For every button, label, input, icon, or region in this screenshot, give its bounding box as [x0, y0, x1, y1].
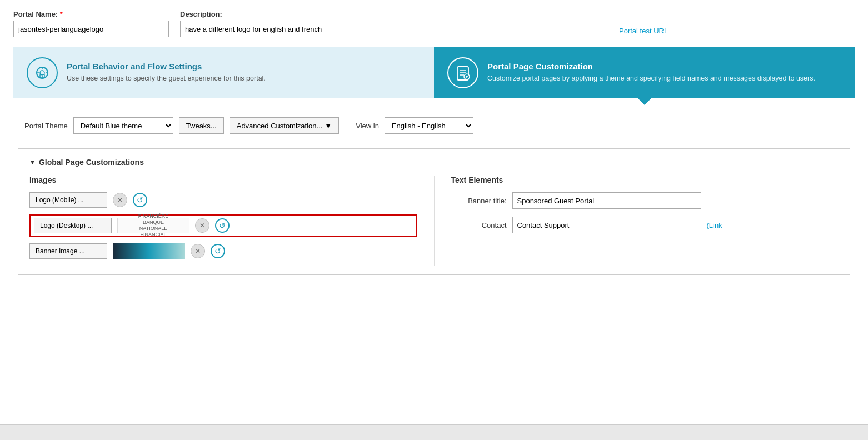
banner-image-clear-button[interactable]: ✕ [191, 244, 205, 258]
portal-name-label: Portal Name: * [13, 10, 169, 18]
contact-label: Contact [451, 221, 507, 229]
images-col-title: Images [29, 176, 417, 184]
logo-mobile-row: Logo (Mobile) ... ✕ ↺ [29, 192, 417, 208]
banner-image-refresh-button[interactable]: ↺ [211, 244, 225, 258]
banner-title-input[interactable] [512, 192, 701, 209]
behavior-flow-text: Portal Behavior and Flow Settings Use th… [67, 62, 266, 84]
portal-theme-label: Portal Theme [24, 122, 68, 130]
page-customization-desc: Customize portal pages by applying a the… [487, 74, 815, 84]
banner-image-button[interactable]: Banner Image ... [29, 243, 107, 259]
tweaks-button[interactable]: Tweaks... [179, 117, 224, 134]
page-customization-title: Portal Page Customization [487, 62, 815, 71]
top-form: Portal Name: * Description: Portal test … [13, 10, 855, 37]
logo-desktop-refresh-button[interactable]: ↺ [215, 218, 230, 233]
contact-row: Contact (Link [451, 217, 839, 233]
portal-theme-select[interactable]: Default Blue theme [73, 117, 173, 134]
contact-input[interactable] [512, 217, 701, 233]
portal-test-url-link[interactable]: Portal test URL [619, 27, 668, 35]
logo-mobile-button[interactable]: Logo (Mobile) ... [29, 192, 107, 208]
bottom-bar [0, 424, 868, 440]
behavior-flow-desc: Use these settings to specify the guest … [67, 74, 266, 84]
text-elements-col-title: Text Elements [451, 176, 839, 184]
description-label: Description: [180, 10, 602, 18]
advanced-customization-button[interactable]: Advanced Customization... ▼ [230, 117, 340, 134]
logo-mobile-clear-button[interactable]: ✕ [113, 193, 127, 207]
active-indicator-arrow [638, 98, 651, 105]
behavior-flow-card[interactable]: Portal Behavior and Flow Settings Use th… [13, 47, 434, 98]
page-customization-text: Portal Page Customization Customize port… [487, 62, 815, 84]
text-elements-column: Text Elements Banner title: Contact (Lin… [435, 176, 839, 266]
contact-link-text[interactable]: (Link [707, 221, 722, 229]
banner-row: Portal Behavior and Flow Settings Use th… [13, 47, 855, 98]
description-group: Description: [180, 10, 602, 37]
banner-image-row: Banner Image ... ✕ ↺ [29, 243, 417, 259]
behavior-flow-icon [27, 57, 58, 88]
page-customization-card[interactable]: Portal Page Customization Customize port… [434, 47, 855, 98]
logo-desktop-button[interactable]: Logo (Desktop) ... [34, 218, 112, 233]
view-in-label: View in [356, 122, 379, 130]
logo-desktop-clear-button[interactable]: ✕ [195, 218, 209, 233]
collapse-arrow-icon[interactable]: ▼ [29, 159, 36, 166]
page-customization-icon [447, 57, 478, 88]
images-column: Images Logo (Mobile) ... ✕ ↺ Logo (Deskt… [29, 176, 435, 266]
section-title: ▼ Global Page Customizations [29, 158, 839, 167]
customizations-section: ▼ Global Page Customizations Images Logo… [18, 148, 850, 275]
dropdown-arrow-icon: ▼ [325, 122, 332, 130]
banner-title-label: Banner title: [451, 197, 507, 205]
theme-toolbar: Portal Theme Default Blue theme Tweaks..… [13, 111, 855, 141]
logo-desktop-row-highlighted: Logo (Desktop) ... FINANCIÈRE BANQUE NAT… [29, 214, 417, 237]
banner-title-row: Banner title: [451, 192, 839, 209]
banner-image-preview [113, 243, 185, 259]
logo-mobile-refresh-button[interactable]: ↺ [133, 193, 147, 207]
two-col-layout: Images Logo (Mobile) ... ✕ ↺ Logo (Deskt… [29, 176, 839, 266]
portal-name-group: Portal Name: * [13, 10, 169, 37]
behavior-flow-title: Portal Behavior and Flow Settings [67, 62, 266, 71]
logo-desktop-preview: FINANCIÈRE BANQUE NATIONALE FINANCIAL [117, 218, 189, 233]
page-wrapper: Portal Name: * Description: Portal test … [0, 0, 868, 440]
portal-name-input[interactable] [13, 21, 169, 37]
view-in-select[interactable]: English - English [385, 117, 473, 134]
description-input[interactable] [180, 21, 602, 37]
required-indicator: * [60, 10, 63, 18]
